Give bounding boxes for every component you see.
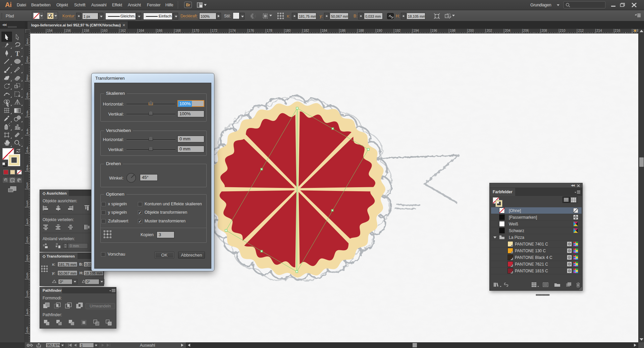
svg-text:T: T (15, 50, 20, 57)
